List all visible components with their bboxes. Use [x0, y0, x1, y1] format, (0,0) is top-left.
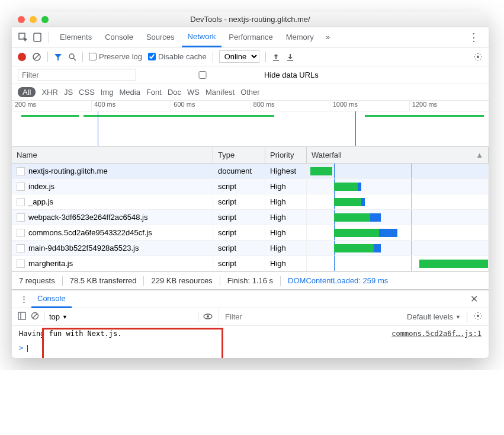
- summary-resources: 229 KB resources: [151, 276, 212, 285]
- request-waterfall: [307, 225, 489, 240]
- request-priority: High: [265, 194, 307, 209]
- console-log-source[interactable]: commons.5cd2a6f….js:1: [391, 330, 481, 338]
- overview-timeline[interactable]: 200 ms 400 ms 600 ms 800 ms 1000 ms 1200…: [12, 101, 489, 147]
- column-type[interactable]: Type: [213, 147, 265, 163]
- console-sidebar-icon[interactable]: [18, 312, 26, 322]
- request-type: script: [213, 194, 265, 209]
- request-name: nextjs-routing.glitch.me: [28, 167, 108, 175]
- log-levels-selector[interactable]: Default levels▼: [407, 312, 461, 321]
- network-row[interactable]: commons.5cd2a6fe9543322d45cf.js script H…: [12, 225, 489, 241]
- console-settings-icon[interactable]: [473, 311, 483, 322]
- request-priority: High: [265, 210, 307, 225]
- request-waterfall: [307, 256, 489, 271]
- request-name: commons.5cd2a6fe9543322d45cf.js: [28, 228, 152, 237]
- request-priority: High: [265, 225, 307, 240]
- network-row[interactable]: main-9d4b3b522f54928a5523.js script High: [12, 241, 489, 256]
- device-icon[interactable]: [31, 31, 44, 44]
- svg-rect-1: [34, 33, 41, 41]
- type-doc[interactable]: Doc: [168, 88, 181, 97]
- filter-input[interactable]: [18, 69, 136, 81]
- clear-console-icon[interactable]: [31, 312, 39, 322]
- throttling-select[interactable]: Online: [219, 50, 259, 63]
- tab-elements[interactable]: Elements: [54, 27, 98, 47]
- tab-memory[interactable]: Memory: [280, 27, 320, 47]
- console-log-message: Having fun with Next.js.: [19, 330, 121, 338]
- column-name[interactable]: Name: [12, 147, 213, 163]
- hide-data-urls-checkbox[interactable]: Hide data URLs: [143, 71, 319, 79]
- svg-point-14: [207, 315, 209, 318]
- type-img[interactable]: Img: [101, 88, 114, 97]
- type-css[interactable]: CSS: [79, 88, 95, 97]
- filter-icon[interactable]: [54, 53, 62, 61]
- record-button[interactable]: [18, 53, 26, 61]
- inspect-icon[interactable]: [17, 31, 30, 44]
- request-type: script: [213, 241, 265, 255]
- column-priority[interactable]: Priority: [265, 147, 307, 163]
- file-icon: [17, 260, 25, 268]
- live-expression-icon[interactable]: [203, 312, 213, 321]
- svg-point-15: [477, 315, 479, 317]
- request-priority: High: [265, 179, 307, 194]
- more-tabs-icon[interactable]: »: [321, 33, 335, 41]
- request-name: webpack-3df6523e264ff2ac6548.js: [28, 213, 147, 222]
- drawer-menu-icon[interactable]: ⋮: [17, 295, 31, 303]
- column-waterfall[interactable]: Waterfall▲: [307, 147, 489, 163]
- type-font[interactable]: Font: [146, 88, 162, 97]
- request-type: script: [213, 179, 265, 194]
- tab-sources[interactable]: Sources: [140, 27, 181, 47]
- network-row[interactable]: index.js script High: [12, 179, 489, 194]
- type-other[interactable]: Other: [240, 88, 260, 97]
- type-xhr[interactable]: XHR: [41, 88, 57, 97]
- svg-rect-6: [273, 60, 279, 61]
- type-manifest[interactable]: Manifest: [206, 88, 235, 97]
- file-icon: [17, 244, 25, 252]
- svg-point-4: [69, 54, 74, 59]
- file-icon: [17, 198, 25, 206]
- request-name: _app.js: [28, 197, 53, 206]
- type-ws[interactable]: WS: [187, 88, 200, 97]
- network-row[interactable]: margherita.js script High: [12, 256, 489, 271]
- svg-point-8: [477, 56, 479, 58]
- request-name: main-9d4b3b522f54928a5523.js: [28, 244, 139, 252]
- type-js[interactable]: JS: [64, 88, 73, 97]
- type-media[interactable]: Media: [119, 88, 140, 97]
- clear-icon[interactable]: [32, 52, 41, 62]
- search-icon[interactable]: [68, 53, 76, 61]
- network-row[interactable]: _app.js script High: [12, 194, 489, 210]
- request-waterfall: [307, 164, 489, 178]
- file-icon: [17, 213, 25, 222]
- svg-line-3: [34, 55, 39, 59]
- summary-requests: 7 requests: [19, 276, 55, 285]
- svg-line-12: [33, 314, 37, 318]
- tab-performance[interactable]: Performance: [223, 27, 278, 47]
- menu-icon[interactable]: ⋮: [464, 31, 484, 44]
- request-priority: High: [265, 241, 307, 255]
- window-titlebar: DevTools - nextjs-routing.glitch.me/: [12, 12, 489, 27]
- context-selector[interactable]: top▼: [49, 312, 68, 321]
- settings-icon[interactable]: [473, 52, 483, 62]
- request-name: index.js: [28, 182, 54, 191]
- file-icon: [17, 229, 25, 237]
- preserve-log-checkbox[interactable]: Preserve log: [89, 52, 142, 61]
- type-all[interactable]: All: [18, 87, 36, 97]
- disable-cache-checkbox[interactable]: Disable cache: [148, 52, 207, 61]
- request-priority: Highest: [265, 164, 307, 178]
- svg-rect-9: [18, 312, 25, 319]
- download-icon[interactable]: [286, 53, 294, 61]
- upload-icon[interactable]: [272, 53, 280, 61]
- close-drawer-icon[interactable]: ✕: [464, 293, 484, 305]
- tab-console[interactable]: Console: [99, 27, 139, 47]
- svg-line-5: [73, 58, 76, 60]
- network-row[interactable]: webpack-3df6523e264ff2ac6548.js script H…: [12, 210, 489, 225]
- console-prompt[interactable]: >: [12, 341, 489, 358]
- summary-finish: Finish: 1.16 s: [227, 276, 273, 285]
- file-icon: [17, 167, 25, 175]
- summary-dcl: DOMContentLoaded: 259 ms: [288, 276, 388, 285]
- file-icon: [17, 183, 25, 191]
- console-filter-input[interactable]: [225, 312, 332, 321]
- request-name: margherita.js: [28, 259, 73, 268]
- tab-network[interactable]: Network: [182, 27, 222, 47]
- request-waterfall: [307, 194, 489, 209]
- network-row[interactable]: nextjs-routing.glitch.me document Highes…: [12, 164, 489, 179]
- drawer-tab-console[interactable]: Console: [31, 290, 72, 308]
